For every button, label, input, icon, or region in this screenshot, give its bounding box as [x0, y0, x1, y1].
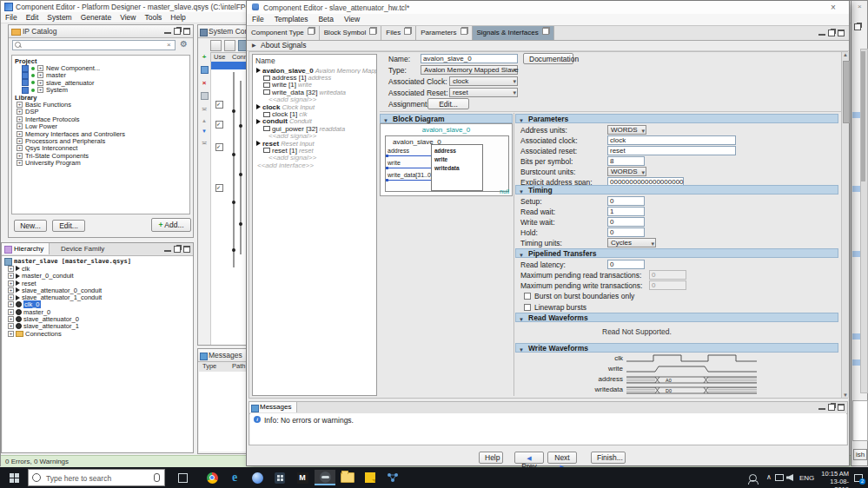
- expand-icon[interactable]: [17, 109, 23, 115]
- dialog-tab[interactable]: Block Symbol: [320, 26, 381, 40]
- expand-icon[interactable]: [37, 72, 43, 78]
- signal-row[interactable]: gui_power [32] readdata: [255, 125, 376, 132]
- menu-item[interactable]: Templates: [269, 14, 314, 25]
- collapse-icon[interactable]: ▼: [519, 251, 524, 260]
- minimize-icon[interactable]: [818, 404, 825, 410]
- dialog-tab[interactable]: Files: [381, 26, 416, 40]
- catalog-item[interactable]: slave_attenuator: [15, 79, 189, 86]
- checkbox-row[interactable]: Burst on burst boundaries only: [524, 292, 837, 300]
- scroll-down-icon[interactable]: ▼: [843, 392, 848, 398]
- documentation-button[interactable]: Documentation: [523, 53, 573, 64]
- expand-icon[interactable]: [8, 331, 14, 337]
- signal-row[interactable]: clock Clock Input: [255, 103, 376, 110]
- detach-icon[interactable]: [828, 30, 835, 36]
- dialog-tab[interactable]: Parameters: [416, 26, 472, 40]
- expand-icon[interactable]: [17, 102, 23, 108]
- menu-item[interactable]: View: [116, 12, 140, 23]
- prev-button[interactable]: ◀ Prev: [514, 452, 544, 464]
- edge-icon[interactable]: e: [224, 470, 245, 485]
- checkbox[interactable]: [524, 304, 531, 311]
- signal-row[interactable]: write_data [32] writedata: [255, 89, 376, 96]
- detach-tab-icon[interactable]: [461, 28, 467, 35]
- detach-tab-icon[interactable]: [369, 28, 376, 35]
- expand-icon[interactable]: [17, 153, 23, 159]
- finish-button-fragment[interactable]: ish: [853, 449, 867, 460]
- parameter-input[interactable]: reset: [607, 146, 736, 155]
- start-button[interactable]: [3, 470, 24, 485]
- clear-search-icon[interactable]: ×: [167, 41, 171, 49]
- menu-item[interactable]: Generate: [76, 12, 116, 23]
- minimize-icon[interactable]: [164, 28, 171, 34]
- filter-icon[interactable]: ≍: [202, 105, 208, 113]
- next-button[interactable]: Next ▶: [547, 452, 577, 464]
- file-explorer-icon[interactable]: [337, 470, 358, 485]
- dialog-tab[interactable]: Signals & Interfaces: [473, 26, 554, 40]
- collapse-icon[interactable]: ▼: [519, 346, 524, 354]
- pipelined-transfers-header[interactable]: ▼ Pipelined Transfers: [515, 248, 838, 258]
- add-component-icon[interactable]: +: [202, 53, 207, 61]
- help-button[interactable]: Help: [479, 452, 503, 464]
- timing-input[interactable]: 1: [607, 207, 645, 216]
- associated-reset-select[interactable]: reset▾: [449, 88, 518, 97]
- signal-row[interactable]: address [1] address: [255, 74, 376, 81]
- tab-messages[interactable]: Messages: [249, 402, 297, 412]
- signal-row[interactable]: conduit Conduit: [255, 118, 376, 125]
- close-icon[interactable]: ×: [858, 3, 862, 10]
- parameter-input[interactable]: 8: [607, 156, 645, 166]
- platform-designer-icon[interactable]: [315, 470, 335, 485]
- parameter-select[interactable]: WORDS▾: [607, 125, 646, 135]
- expand-icon[interactable]: [8, 294, 14, 300]
- expand-icon[interactable]: [8, 323, 14, 329]
- module-box[interactable]: avalon_slave_0 address write: [385, 135, 509, 192]
- menu-item[interactable]: Edit: [22, 12, 43, 23]
- signal-row[interactable]: avalon_slave_0 Avalon Memory Mapped Slav…: [255, 67, 376, 74]
- expand-icon[interactable]: [37, 87, 43, 93]
- about-signals-bar[interactable]: ▶ About Signals: [247, 40, 849, 51]
- expand-icon[interactable]: [8, 273, 14, 279]
- timing-input[interactable]: 0: [607, 228, 645, 237]
- type-select[interactable]: Avalon Memory Mapped Slave▾: [421, 65, 518, 75]
- volume-icon[interactable]: [784, 470, 796, 485]
- detach-icon[interactable]: [174, 28, 181, 35]
- move-up-icon[interactable]: ▲: [202, 118, 207, 123]
- detach-tab-icon[interactable]: [542, 28, 549, 35]
- detach-tab-icon[interactable]: [308, 28, 315, 35]
- collapse-icon[interactable]: ▼: [519, 188, 524, 196]
- menu-item[interactable]: File: [1, 12, 22, 23]
- hierarchy-item[interactable]: Connections: [4, 330, 193, 337]
- signal-row[interactable]: <<add signal>>: [255, 155, 376, 162]
- hierarchy-root[interactable]: master_slave [master_slave.qsys]: [4, 258, 193, 265]
- edit-component-button[interactable]: Edit...: [52, 220, 85, 232]
- maximize-icon[interactable]: [183, 28, 190, 35]
- expand-icon[interactable]: [17, 145, 23, 151]
- menu-item[interactable]: Beta: [313, 14, 339, 25]
- catalog-item[interactable]: master: [15, 72, 189, 79]
- tray-expand-icon[interactable]: ∧: [766, 473, 772, 481]
- app-sphere-icon[interactable]: [247, 470, 268, 485]
- taskbar-search[interactable]: Type here to search: [28, 469, 165, 486]
- use-checkbox[interactable]: ✓: [215, 143, 223, 151]
- toolbar-button[interactable]: [224, 40, 235, 51]
- scroll-thumb[interactable]: [843, 61, 850, 123]
- use-checkbox[interactable]: ✓: [215, 101, 223, 109]
- calculator-icon[interactable]: [269, 470, 290, 485]
- parameter-select[interactable]: WORDS▾: [607, 167, 646, 176]
- expand-icon[interactable]: [17, 123, 23, 129]
- detach-icon[interactable]: [174, 246, 181, 253]
- expand-icon[interactable]: [8, 316, 14, 322]
- maximize-icon[interactable]: [183, 246, 190, 253]
- write-waveforms-header[interactable]: ▼ Write Waveforms: [515, 343, 838, 353]
- timing-select[interactable]: Cycles▾: [607, 238, 656, 247]
- search-input[interactable]: [12, 40, 176, 50]
- expand-icon[interactable]: [8, 287, 14, 293]
- expand-icon[interactable]: [8, 301, 14, 307]
- vertical-scrollbar[interactable]: ▲ ▼: [841, 52, 849, 398]
- gear-icon[interactable]: ⚙: [180, 39, 188, 49]
- pipelined-input[interactable]: 0: [649, 280, 686, 290]
- signal-row[interactable]: write [1] write: [255, 82, 376, 89]
- chrome-icon[interactable]: [202, 470, 222, 485]
- signal-row[interactable]: clock [1] clk: [255, 110, 376, 117]
- menu-item[interactable]: Help: [166, 12, 189, 23]
- remove-icon[interactable]: ×: [202, 79, 207, 87]
- checkbox-row[interactable]: Linewrap bursts: [524, 303, 837, 312]
